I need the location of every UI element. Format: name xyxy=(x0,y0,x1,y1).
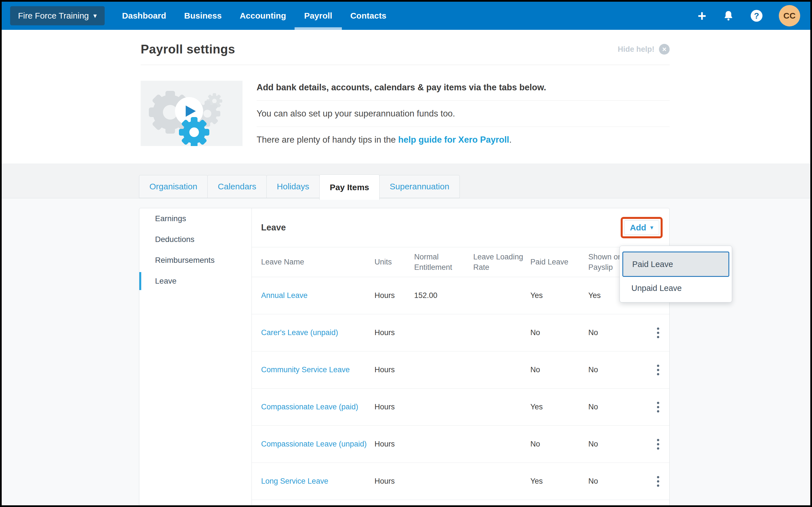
chevron-down-icon: ▾ xyxy=(94,12,97,20)
shown-on-payslip-value: No xyxy=(588,328,646,337)
row-actions-kebab-icon[interactable] xyxy=(650,436,666,453)
tab-holidays[interactable]: Holidays xyxy=(267,175,320,198)
paid-leave-value: Yes xyxy=(530,291,588,300)
help-guide-link[interactable]: help guide for Xero Payroll xyxy=(398,135,509,145)
shown-on-payslip-value: No xyxy=(588,403,646,411)
units-value: Hours xyxy=(374,365,414,374)
pay-items-card: Earnings Deductions Reimbursements Leave… xyxy=(139,208,670,507)
tab-organisation[interactable]: Organisation xyxy=(139,175,208,198)
subnav-item-earnings[interactable]: Earnings xyxy=(139,208,251,229)
settings-tabs: Organisation Calendars Holidays Pay Item… xyxy=(2,163,810,199)
col-paid-leave: Paid Leave xyxy=(530,257,588,267)
table-row-compassionate-leave-paid: Compassionate Leave (paid) Hours Yes No xyxy=(252,389,670,426)
row-actions-kebab-icon[interactable] xyxy=(650,361,666,379)
annotation-highlight: Add ▾ xyxy=(621,217,662,238)
add-button-label: Add xyxy=(630,223,646,232)
row-actions-kebab-icon[interactable] xyxy=(650,399,666,415)
subnav-item-leave[interactable]: Leave xyxy=(139,271,251,291)
app-window: Fire Force Training ▾ Dashboard Business… xyxy=(0,0,812,507)
units-value: Hours xyxy=(374,477,414,486)
leave-table-header: Leave Name Units Normal Entitlement Leav… xyxy=(252,247,670,277)
nav-item-contacts[interactable]: Contacts xyxy=(350,2,386,30)
table-row-community-service-leave: Community Service Leave Hours No No xyxy=(252,351,670,389)
col-leave-name: Leave Name xyxy=(261,257,374,267)
subnav-item-reimbursements[interactable]: Reimbursements xyxy=(139,250,251,271)
navbar-actions: + ? CC xyxy=(698,5,800,26)
hide-help-label: Hide help! xyxy=(618,45,654,54)
leave-name-link[interactable]: Annual Leave xyxy=(261,291,374,300)
organisation-switcher[interactable]: Fire Force Training ▾ xyxy=(10,6,105,25)
shown-on-payslip-value: No xyxy=(588,365,646,374)
help-line-superannuation: You can also set up your superannuation … xyxy=(256,109,670,119)
dropdown-item-unpaid-leave[interactable]: Unpaid Leave xyxy=(622,277,729,299)
entitlement-value: 152.00 xyxy=(414,291,473,300)
units-value: Hours xyxy=(374,440,414,448)
col-units: Units xyxy=(374,257,414,267)
row-actions-kebab-icon[interactable] xyxy=(650,324,666,341)
units-value: Hours xyxy=(374,328,414,337)
chevron-down-icon: ▾ xyxy=(650,224,653,231)
table-row-compassionate-leave-unpaid: Compassionate Leave (unpaid) Hours No No xyxy=(252,426,670,463)
table-row-carers-leave: Carer's Leave (unpaid) Hours No No xyxy=(252,314,670,351)
tab-pay-items[interactable]: Pay Items xyxy=(320,174,380,200)
notifications-bell-icon[interactable] xyxy=(722,10,734,22)
help-headline: Add bank details, accounts, calendars & … xyxy=(256,81,670,93)
pay-items-subnav: Earnings Deductions Reimbursements Leave xyxy=(139,208,252,507)
close-icon: × xyxy=(659,44,670,55)
col-normal-entitlement: Normal Entitlement xyxy=(414,252,473,272)
paid-leave-value: Yes xyxy=(530,477,588,486)
help-line-tips: There are plenty of handy tips in the he… xyxy=(256,135,670,145)
tab-calendars[interactable]: Calendars xyxy=(208,175,267,198)
add-leave-dropdown: Paid Leave Unpaid Leave xyxy=(620,246,732,302)
paid-leave-value: Yes xyxy=(530,403,588,411)
tab-superannuation[interactable]: Superannuation xyxy=(379,175,460,198)
leave-name-link[interactable]: Compassionate Leave (paid) xyxy=(261,403,374,411)
payroll-help-video-thumbnail[interactable] xyxy=(141,81,242,146)
leave-name-link[interactable]: Compassionate Leave (unpaid) xyxy=(261,440,374,448)
row-actions-kebab-icon[interactable] xyxy=(650,473,666,490)
help-tips-period: . xyxy=(509,135,512,145)
nav-item-business[interactable]: Business xyxy=(184,2,222,30)
paid-leave-value: No xyxy=(530,365,588,374)
main-nav: Dashboard Business Accounting Payroll Co… xyxy=(122,2,387,30)
col-leave-loading-rate: Leave Loading Rate xyxy=(473,252,530,272)
help-icon[interactable]: ? xyxy=(751,10,762,22)
table-row-long-service-leave: Long Service Leave Hours Yes No xyxy=(252,463,670,500)
add-button[interactable]: Add ▾ xyxy=(624,220,659,235)
hide-help-button[interactable]: Hide help! × xyxy=(618,44,670,55)
paid-leave-value: No xyxy=(530,328,588,337)
top-navbar: Fire Force Training ▾ Dashboard Business… xyxy=(2,2,810,30)
table-row-annual-leave: Annual Leave Hours 152.00 Yes Yes xyxy=(252,277,670,314)
help-tips-text: There are plenty of handy tips in the xyxy=(256,135,398,145)
nav-item-payroll[interactable]: Payroll xyxy=(304,2,332,30)
leave-name-link[interactable]: Carer's Leave (unpaid) xyxy=(261,328,374,337)
nav-item-dashboard[interactable]: Dashboard xyxy=(122,2,166,30)
units-value: Hours xyxy=(374,291,414,300)
dropdown-item-paid-leave[interactable]: Paid Leave xyxy=(622,251,729,277)
leave-name-link[interactable]: Community Service Leave xyxy=(261,365,374,374)
leave-name-link[interactable]: Long Service Leave xyxy=(261,477,374,486)
shown-on-payslip-value: No xyxy=(588,440,646,448)
shown-on-payslip-value: No xyxy=(588,477,646,486)
leave-panel-title: Leave xyxy=(261,223,286,233)
units-value: Hours xyxy=(374,403,414,411)
add-new-icon[interactable]: + xyxy=(698,8,706,23)
title-divider xyxy=(141,65,670,65)
paid-leave-value: No xyxy=(530,440,588,448)
user-avatar[interactable]: CC xyxy=(779,5,800,26)
leave-panel: Leave Add ▾ Leave Name Units Normal Enti… xyxy=(252,208,670,507)
payroll-settings-header-section: Payroll settings Hide help! × xyxy=(2,30,810,163)
organisation-name: Fire Force Training xyxy=(18,11,89,20)
page-title: Payroll settings xyxy=(141,42,235,56)
subnav-item-deductions[interactable]: Deductions xyxy=(139,229,251,250)
nav-item-accounting[interactable]: Accounting xyxy=(240,2,286,30)
pay-items-content: Earnings Deductions Reimbursements Leave… xyxy=(2,199,810,465)
